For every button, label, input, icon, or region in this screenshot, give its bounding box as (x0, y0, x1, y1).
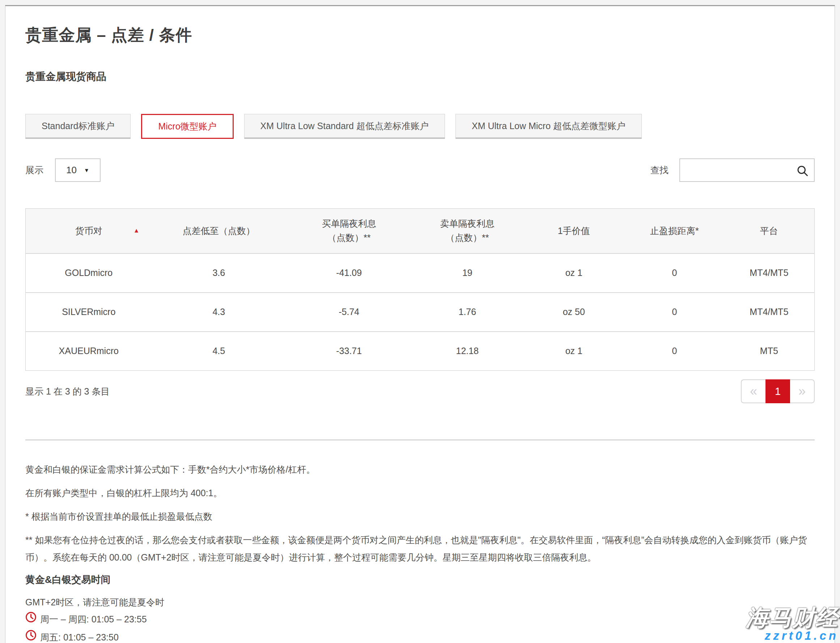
cell-symbol: SILVERmicro (26, 292, 152, 331)
column-header-swap-short[interactable]: 卖单隔夜利息 （点数）** (412, 209, 522, 253)
pagination-next-button[interactable]: » (790, 379, 815, 403)
cell-swap-long: -33.71 (286, 331, 412, 371)
cell-swap-short: 19 (412, 253, 522, 292)
section-divider (25, 439, 815, 441)
trading-time-row: 周五: 01:05 – 23:50 (25, 630, 815, 643)
table-header-row: 货币对 ▲ 点差低至（点数） 买单隔夜利息 （点数）** 卖单隔夜利息 （点数）… (26, 209, 815, 253)
search-label: 查找 (650, 164, 668, 176)
cell-spread: 4.5 (152, 331, 286, 371)
table-controls: 展示 10 ▼ 查找 (25, 158, 815, 182)
table-footer: 显示 1 在 3 的 3 条目 « 1 » (25, 379, 815, 403)
column-header-swap-long[interactable]: 买单隔夜利息 （点数）** (286, 209, 412, 253)
cell-spread: 4.3 (152, 292, 286, 331)
cell-swap-long: -41.09 (286, 253, 412, 292)
page-subtitle: 贵重金属现货商品 (25, 70, 815, 83)
show-entries-label: 展示 (25, 164, 43, 176)
tab-ultra-low-standard-account[interactable]: XM Ultra Low Standard 超低点差标准账户 (244, 114, 445, 139)
cell-limit-stop: 0 (625, 292, 724, 331)
column-header-symbol[interactable]: 货币对 ▲ (26, 209, 152, 253)
search-input[interactable] (680, 159, 814, 181)
cell-platform: MT4/MT5 (724, 253, 815, 292)
note-limit-stop: * 根据当前市价设置挂单的最低止损盈最低点数 (25, 508, 815, 525)
cell-symbol: XAUEURmicro (26, 331, 152, 371)
column-header-platform[interactable]: 平台 (724, 209, 815, 253)
account-type-tabs: Standard标准账户 Micro微型账户 XM Ultra Low Stan… (25, 114, 815, 139)
column-header-lot-value[interactable]: 1手价值 (523, 209, 626, 253)
tab-standard-account[interactable]: Standard标准账户 (25, 114, 131, 139)
cell-swap-short: 1.76 (412, 292, 522, 331)
table-row: XAUEURmicro 4.5 -33.71 12.18 oz 1 0 MT5 (26, 331, 815, 371)
cell-limit-stop: 0 (625, 253, 724, 292)
cell-limit-stop: 0 (625, 331, 724, 371)
entries-summary: 显示 1 在 3 的 3 条目 (25, 385, 109, 397)
cell-lot-value: oz 1 (523, 331, 626, 371)
page-size-select[interactable]: 10 ▼ (55, 158, 101, 182)
search-box (679, 158, 815, 182)
page-size-value: 10 (66, 165, 77, 176)
trading-time-weekdays: 周一 – 周四: 01:05 – 23:55 (40, 612, 147, 626)
clock-icon (25, 630, 36, 643)
cell-lot-value: oz 1 (523, 253, 626, 292)
table-row: SILVERmicro 4.3 -5.74 1.76 oz 50 0 MT4/M… (26, 292, 815, 331)
trading-time-friday: 周五: 01:05 – 23:50 (40, 630, 119, 643)
sort-asc-icon: ▲ (134, 224, 140, 238)
trading-time-row: 周一 – 周四: 01:05 – 23:55 (25, 612, 815, 627)
column-header-limit-stop-level[interactable]: 止盈损距离* (625, 209, 724, 253)
pagination-prev-button[interactable]: « (741, 379, 765, 403)
note-margin-formula: 黄金和白银的保证金需求计算公式如下：手数*合约大小*市场价格/杠杆。 (25, 461, 815, 478)
cell-symbol: GOLDmicro (26, 253, 152, 292)
pagination-page-1-button[interactable]: 1 (765, 379, 790, 403)
cell-swap-short: 12.18 (412, 331, 522, 371)
note-swap-explanation: ** 如果您有仓位持仓过夜的话，那么您会支付或者获取一些金额，该金额便是两个货币… (25, 531, 815, 566)
spreads-table: 货币对 ▲ 点差低至（点数） 买单隔夜利息 （点数）** 卖单隔夜利息 （点数）… (25, 208, 815, 371)
tab-micro-account[interactable]: Micro微型账户 (141, 114, 233, 139)
cell-platform: MT4/MT5 (724, 292, 815, 331)
cell-swap-long: -5.74 (286, 292, 412, 331)
note-silver-leverage: 在所有账户类型中，白银的杠杆上限均为 400:1。 (25, 484, 815, 502)
cell-platform: MT5 (724, 331, 815, 371)
tab-ultra-low-micro-account[interactable]: XM Ultra Low Micro 超低点差微型账户 (456, 114, 642, 139)
cell-lot-value: oz 50 (523, 292, 626, 331)
timezone-note: GMT+2时区，请注意可能是夏令时 (25, 596, 815, 608)
chevron-down-icon: ▼ (84, 167, 89, 173)
clock-icon (25, 612, 36, 627)
trading-hours-heading: 黄金&白银交易时间 (25, 573, 815, 586)
search-icon (796, 164, 809, 179)
content-panel: 贵重金属 – 点差 / 条件 贵重金属现货商品 Standard标准账户 Mic… (5, 5, 835, 643)
page-title: 贵重金属 – 点差 / 条件 (25, 24, 815, 46)
table-row: GOLDmicro 3.6 -41.09 19 oz 1 0 MT4/MT5 (26, 253, 815, 292)
pagination: « 1 » (741, 379, 815, 403)
notes-section: 黄金和白银的保证金需求计算公式如下：手数*合约大小*市场价格/杠杆。 在所有账户… (25, 461, 815, 566)
column-header-spread[interactable]: 点差低至（点数） (152, 209, 286, 253)
cell-spread: 3.6 (152, 253, 286, 292)
